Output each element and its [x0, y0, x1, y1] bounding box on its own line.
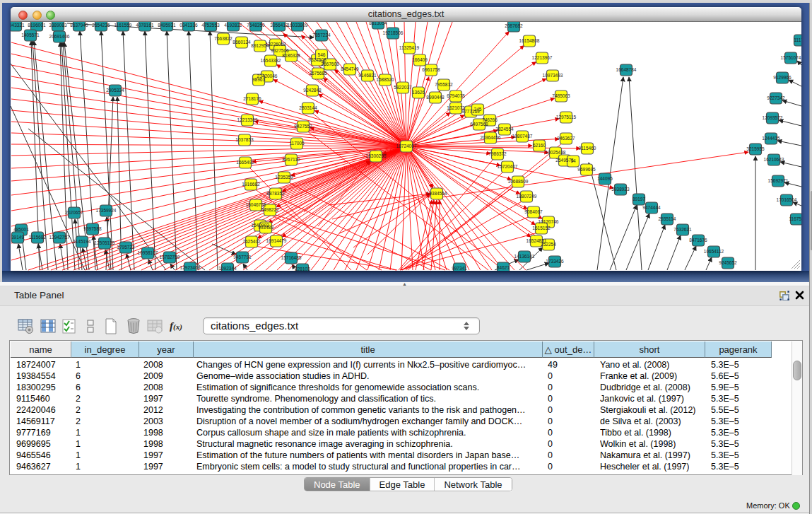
svg-text:15751074: 15751074 — [781, 55, 801, 60]
svg-text:8990448: 8990448 — [426, 95, 445, 100]
svg-text:10973493: 10973493 — [543, 73, 563, 78]
svg-text:4752553: 4752553 — [201, 23, 220, 28]
svg-text:9146821: 9146821 — [358, 73, 377, 78]
svg-text:2905334: 2905334 — [106, 88, 124, 93]
svg-text:9457791: 9457791 — [233, 255, 252, 259]
svg-text:12505135: 12505135 — [95, 240, 115, 245]
svg-text:9115460: 9115460 — [579, 146, 596, 151]
svg-text:84621: 84621 — [497, 265, 510, 270]
svg-text:13626: 13626 — [412, 90, 425, 95]
svg-text:9327506: 9327506 — [271, 48, 289, 53]
svg-text:1665492: 1665492 — [236, 160, 254, 165]
svg-text:8471676: 8471676 — [689, 238, 707, 243]
svg-text:2718176: 2718176 — [243, 96, 261, 101]
svg-text:10025438: 10025438 — [546, 150, 566, 155]
svg-text:245: 245 — [474, 107, 482, 112]
svg-text:10688609: 10688609 — [508, 179, 529, 184]
svg-text:20691406: 20691406 — [49, 34, 70, 39]
svg-text:1615152: 1615152 — [532, 226, 551, 230]
svg-text:7625402: 7625402 — [242, 239, 261, 244]
svg-text:18807249: 18807249 — [517, 194, 537, 199]
svg-text:12213369: 12213369 — [237, 117, 258, 122]
svg-text:1037853: 1037853 — [235, 137, 254, 142]
svg-text:7485063: 7485063 — [552, 93, 570, 98]
svg-text:3389083: 3389083 — [49, 23, 67, 28]
svg-text:2935114: 2935114 — [659, 216, 676, 221]
svg-text:13226058: 13226058 — [266, 42, 286, 47]
svg-text:4192832: 4192832 — [224, 23, 242, 28]
svg-text:7663822: 7663822 — [214, 36, 233, 41]
svg-text:11172: 11172 — [794, 37, 801, 42]
svg-text:8660124: 8660124 — [233, 40, 251, 45]
svg-text:0341316: 0341316 — [180, 23, 198, 28]
svg-text:18724007: 18724007 — [396, 144, 417, 148]
svg-text:6794078: 6794078 — [447, 93, 465, 98]
svg-text:1145194: 1145194 — [73, 239, 91, 244]
svg-text:1916682: 1916682 — [242, 182, 260, 187]
svg-text:9397588: 9397588 — [83, 226, 102, 231]
svg-text:8813054: 8813054 — [369, 22, 387, 25]
svg-text:8637940: 8637940 — [70, 23, 88, 28]
svg-text:1405571: 1405571 — [21, 33, 40, 37]
svg-text:1092344: 1092344 — [218, 266, 237, 271]
svg-text:9242848: 9242848 — [303, 88, 322, 93]
svg-text:8495931: 8495931 — [158, 23, 176, 28]
svg-text:18300295: 18300295 — [366, 153, 387, 158]
svg-text:1235359: 1235359 — [275, 175, 293, 180]
svg-text:16033809: 16033809 — [288, 23, 308, 28]
svg-text:1795722: 1795722 — [117, 245, 135, 250]
svg-text:5938923: 5938923 — [611, 187, 630, 192]
svg-text:228103: 228103 — [295, 267, 310, 271]
svg-text:11325419: 11325419 — [399, 45, 420, 50]
svg-text:16543382: 16543382 — [261, 58, 281, 63]
svg-text:1244415: 1244415 — [762, 136, 780, 141]
svg-text:15720407: 15720407 — [498, 164, 518, 169]
svg-text:2087682: 2087682 — [505, 23, 523, 28]
svg-text:252254: 252254 — [541, 242, 556, 247]
svg-text:16648784: 16648784 — [616, 67, 637, 72]
svg-text:12093572: 12093572 — [763, 115, 783, 120]
svg-text:10654112: 10654112 — [704, 249, 724, 254]
svg-text:16154808: 16154808 — [519, 38, 540, 43]
svg-text:16782759: 16782759 — [160, 255, 180, 259]
svg-text:997341: 997341 — [452, 266, 467, 271]
svg-text:9699695: 9699695 — [577, 167, 596, 172]
svg-text:16210643: 16210643 — [764, 157, 784, 162]
svg-text:15692971: 15692971 — [768, 178, 789, 183]
svg-text:89197: 89197 — [632, 197, 645, 201]
svg-text:19218506: 19218506 — [383, 30, 404, 35]
svg-text:8186328: 8186328 — [282, 53, 300, 58]
svg-text:7986372: 7986372 — [488, 151, 507, 156]
svg-text:2654235: 2654235 — [92, 23, 110, 28]
svg-text:17359924: 17359924 — [96, 208, 117, 213]
svg-text:10958107: 10958107 — [138, 250, 158, 255]
svg-text:17016504: 17016504 — [777, 197, 797, 202]
svg-text:7955812: 7955812 — [435, 82, 453, 87]
svg-text:8267110: 8267110 — [283, 157, 300, 162]
svg-text:1043321: 1043321 — [11, 23, 25, 28]
svg-text:8454749: 8454749 — [341, 66, 359, 71]
svg-text:15716485: 15716485 — [281, 255, 302, 260]
svg-text:546: 546 — [318, 52, 326, 57]
svg-text:12942757: 12942757 — [49, 235, 70, 240]
svg-text:4078161: 4078161 — [136, 23, 154, 28]
svg-text:3675685: 3675685 — [309, 71, 327, 76]
svg-text:1161559: 1161559 — [114, 23, 132, 28]
svg-text:6961758: 6961758 — [422, 67, 440, 72]
svg-text:12923468: 12923468 — [180, 265, 201, 270]
svg-text:12975115: 12975115 — [556, 115, 577, 119]
svg-text:144095: 144095 — [597, 176, 613, 181]
svg-text:39149: 39149 — [11, 235, 24, 240]
svg-text:2020657: 2020657 — [65, 210, 83, 215]
svg-text:94: 94 — [570, 158, 576, 163]
svg-text:12213967: 12213967 — [532, 55, 553, 60]
svg-text:7648350: 7648350 — [247, 23, 265, 28]
svg-text:14136141: 14136141 — [514, 254, 535, 259]
svg-text:3824554: 3824554 — [495, 127, 514, 132]
svg-text:1115682: 1115682 — [29, 235, 47, 240]
svg-text:9474444: 9474444 — [642, 205, 661, 210]
svg-text:10807487: 10807487 — [512, 134, 533, 139]
svg-text:9245652: 9245652 — [719, 260, 737, 265]
svg-text:9227342: 9227342 — [767, 95, 785, 100]
svg-text:485001: 485001 — [13, 227, 29, 232]
